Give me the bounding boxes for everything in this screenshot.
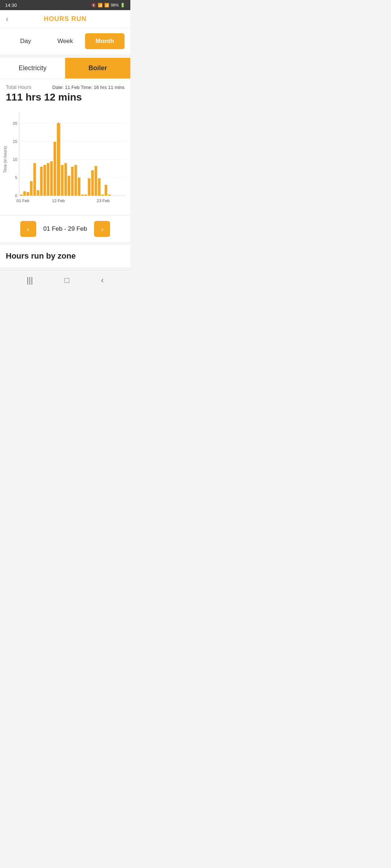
- period-tab-bar: Day Week Month: [0, 28, 130, 54]
- category-boiler[interactable]: Boiler: [65, 58, 130, 78]
- svg-rect-20: [47, 163, 49, 196]
- svg-rect-13: [23, 191, 26, 196]
- svg-rect-32: [84, 195, 87, 196]
- svg-rect-34: [91, 170, 94, 196]
- svg-rect-14: [27, 192, 29, 196]
- svg-rect-19: [43, 165, 46, 196]
- svg-text:23 Feb: 23 Feb: [97, 199, 109, 203]
- next-button[interactable]: ›: [94, 221, 110, 237]
- stats-date: Date: 11 Feb Time: 16 hrs 11 mins: [52, 85, 125, 90]
- svg-text:15: 15: [13, 139, 17, 144]
- svg-rect-39: [108, 195, 110, 196]
- tab-day[interactable]: Day: [6, 33, 45, 49]
- y-axis-label: Time (in hours): [3, 109, 7, 210]
- svg-rect-29: [75, 165, 77, 196]
- svg-rect-22: [54, 142, 56, 196]
- svg-rect-26: [64, 163, 67, 196]
- svg-rect-16: [33, 163, 36, 196]
- stats-label-row: Total Hours Date: 11 Feb Time: 16 hrs 11…: [6, 84, 125, 90]
- stats-section: Total Hours Date: 11 Feb Time: 16 hrs 11…: [0, 79, 130, 106]
- svg-text:01 Feb: 01 Feb: [17, 199, 29, 203]
- chart-container: Time (in hours) 0 5 10 15 20: [0, 106, 130, 214]
- svg-text:10: 10: [13, 157, 17, 162]
- back-button[interactable]: ‹: [6, 14, 8, 24]
- page-title: HOURS RUN: [44, 15, 87, 23]
- svg-rect-18: [40, 167, 43, 196]
- svg-text:5: 5: [15, 175, 17, 180]
- zone-section: Hours run by zone: [0, 245, 130, 267]
- tab-week[interactable]: Week: [45, 33, 85, 49]
- category-bar: Electricity Boiler: [0, 58, 130, 78]
- nav-home[interactable]: □: [64, 276, 69, 285]
- zone-title: Hours run by zone: [6, 251, 76, 260]
- svg-rect-37: [101, 195, 104, 196]
- bottom-nav-bar: ||| □ ‹: [0, 270, 130, 290]
- total-hours-label: Total Hours: [6, 84, 31, 90]
- battery-icon: 🔋: [120, 3, 125, 8]
- svg-rect-15: [30, 181, 33, 196]
- status-icons: 🔇 📶 📶 98% 🔋: [91, 3, 125, 8]
- app-header: ‹ HOURS RUN: [0, 10, 130, 28]
- chart-inner: 0 5 10 15 20: [8, 109, 127, 210]
- svg-rect-33: [88, 178, 91, 196]
- nav-recent-apps[interactable]: |||: [27, 276, 33, 285]
- svg-rect-17: [37, 190, 39, 196]
- svg-rect-38: [105, 185, 107, 196]
- svg-rect-30: [78, 178, 80, 196]
- date-nav-bar: ‹ 01 Feb - 29 Feb ›: [0, 216, 130, 242]
- mute-icon: 🔇: [91, 3, 96, 8]
- svg-rect-27: [68, 176, 70, 196]
- svg-rect-36: [98, 178, 101, 196]
- svg-rect-23: [57, 123, 60, 196]
- status-time: 14:30: [5, 3, 17, 8]
- tab-month[interactable]: Month: [85, 33, 125, 49]
- category-electricity[interactable]: Electricity: [0, 58, 65, 78]
- svg-text:20: 20: [13, 121, 17, 125]
- prev-button[interactable]: ‹: [20, 221, 36, 237]
- date-range: 01 Feb - 29 Feb: [43, 225, 87, 233]
- svg-rect-12: [20, 195, 22, 196]
- nav-back[interactable]: ‹: [101, 276, 104, 285]
- svg-rect-25: [61, 165, 63, 196]
- svg-rect-31: [81, 195, 84, 196]
- status-bar: 14:30 🔇 📶 📶 98% 🔋: [0, 0, 130, 10]
- signal-icon: 📶: [104, 3, 109, 8]
- svg-rect-28: [71, 167, 73, 196]
- bar-chart: 0 5 10 15 20: [8, 109, 127, 210]
- stats-value: 111 hrs 12 mins: [6, 92, 125, 103]
- svg-rect-35: [94, 166, 97, 196]
- chart-wrap: Time (in hours) 0 5 10 15 20: [3, 109, 127, 210]
- svg-text:0: 0: [15, 193, 17, 198]
- wifi-icon: 📶: [98, 3, 103, 8]
- svg-text:12 Feb: 12 Feb: [52, 199, 65, 203]
- battery-label: 98%: [111, 3, 119, 7]
- svg-rect-21: [50, 161, 53, 196]
